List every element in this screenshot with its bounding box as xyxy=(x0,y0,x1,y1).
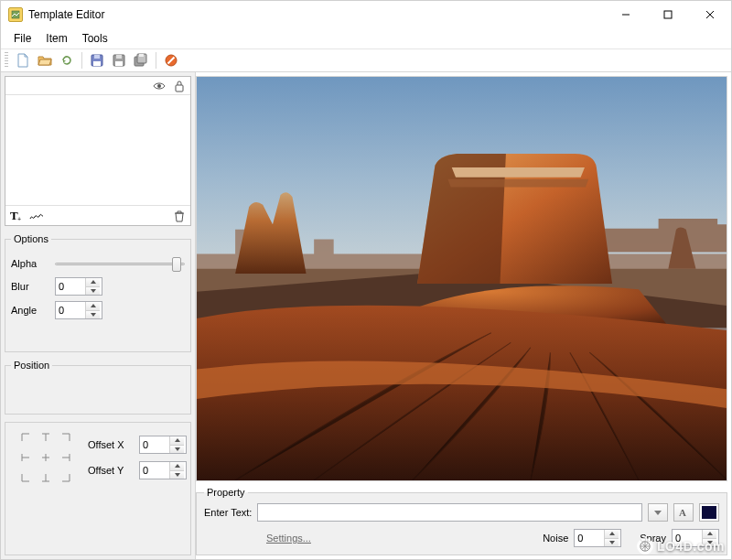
new-file-button[interactable] xyxy=(13,50,33,70)
angle-up[interactable] xyxy=(86,302,100,311)
svg-rect-2 xyxy=(664,11,672,18)
svg-rect-7 xyxy=(93,61,101,66)
offset-x-label: Offset X xyxy=(88,439,134,450)
app-window: Template Editor File Item Tools xyxy=(0,0,732,560)
offset-x-down[interactable] xyxy=(170,446,184,454)
maximize-button[interactable] xyxy=(647,1,689,28)
enter-text-label: Enter Text: xyxy=(204,507,252,518)
angle-spinner[interactable] xyxy=(55,301,102,319)
save-disk2-button[interactable] xyxy=(109,50,129,70)
noise-down[interactable] xyxy=(605,539,619,547)
anchor-top-left[interactable] xyxy=(18,430,33,445)
anchor-top-right[interactable] xyxy=(59,430,73,445)
svg-rect-9 xyxy=(116,55,122,59)
offset-y-spinner[interactable] xyxy=(139,461,187,479)
minimize-button[interactable] xyxy=(605,1,647,28)
offset-y-down[interactable] xyxy=(170,471,184,479)
save-disk1-button[interactable] xyxy=(87,50,107,70)
svg-text:+: + xyxy=(17,216,21,222)
menu-item[interactable]: Item xyxy=(38,30,74,47)
anchor-bottom-right[interactable] xyxy=(59,470,73,485)
alpha-label: Alpha xyxy=(11,258,49,269)
svg-rect-10 xyxy=(115,61,123,66)
layer-list-body[interactable] xyxy=(5,95,190,205)
add-text-layer-button[interactable]: T+ xyxy=(9,209,24,223)
options-legend: Options xyxy=(11,233,51,244)
left-panel: T+ Options Alpha xyxy=(1,72,196,559)
anchor-bottom-left[interactable] xyxy=(18,470,33,485)
anchor-center[interactable] xyxy=(38,450,53,465)
offsets-panel: Offset X Offset Y xyxy=(5,422,191,555)
angle-label: Angle xyxy=(11,305,49,316)
blur-up[interactable] xyxy=(86,278,100,287)
main-content: T+ Options Alpha xyxy=(1,72,731,559)
angle-input[interactable] xyxy=(56,302,85,318)
open-file-button[interactable] xyxy=(35,50,55,70)
svg-rect-17 xyxy=(176,85,183,92)
position-group: Position xyxy=(5,360,191,415)
visibility-icon[interactable] xyxy=(152,79,167,93)
offset-x-spinner[interactable] xyxy=(139,436,187,454)
anchor-left[interactable] xyxy=(18,450,33,465)
anchor-bottom[interactable] xyxy=(38,470,53,485)
offset-y-label: Offset Y xyxy=(88,465,134,476)
offset-y-up[interactable] xyxy=(170,462,184,471)
blur-spinner[interactable] xyxy=(55,277,102,296)
property-group: Property Enter Text: A Sett xyxy=(196,487,727,555)
refresh-button[interactable] xyxy=(57,50,77,70)
menu-file[interactable]: File xyxy=(6,30,38,47)
window-title: Template Editor xyxy=(28,8,104,21)
offset-x-up[interactable] xyxy=(170,436,184,446)
noise-input[interactable] xyxy=(575,530,604,546)
blur-input[interactable] xyxy=(56,278,85,295)
noise-up[interactable] xyxy=(605,530,619,539)
anchor-top[interactable] xyxy=(38,430,53,445)
layer-list: T+ xyxy=(5,76,191,226)
blur-label: Blur xyxy=(11,281,49,292)
settings-link[interactable]: Settings... xyxy=(263,533,315,544)
position-legend: Position xyxy=(11,360,52,371)
spray-spinner[interactable] xyxy=(672,529,719,547)
spray-input[interactable] xyxy=(673,530,702,546)
add-signature-layer-button[interactable] xyxy=(29,209,44,223)
spray-up[interactable] xyxy=(703,530,716,539)
svg-rect-6 xyxy=(94,55,100,59)
app-icon xyxy=(8,7,23,22)
noise-spinner[interactable] xyxy=(574,529,621,547)
toolbar-grip xyxy=(5,52,8,69)
title-bar: Template Editor xyxy=(1,1,731,28)
stop-button[interactable] xyxy=(161,50,181,70)
text-dropdown-button[interactable] xyxy=(648,503,668,522)
offset-y-input[interactable] xyxy=(140,462,169,479)
font-button[interactable]: A xyxy=(673,503,694,522)
delete-layer-button[interactable] xyxy=(172,209,187,223)
angle-down[interactable] xyxy=(86,311,100,319)
lock-icon[interactable] xyxy=(172,79,187,93)
alpha-slider[interactable] xyxy=(55,255,185,272)
noise-label: Noise xyxy=(543,533,568,544)
toolbar xyxy=(1,48,731,72)
svg-point-16 xyxy=(157,84,161,88)
right-panel: Property Enter Text: A Sett xyxy=(196,72,731,559)
anchor-grid xyxy=(18,430,73,485)
save-all-button[interactable] xyxy=(131,50,151,70)
offset-x-input[interactable] xyxy=(140,436,169,453)
menu-bar: File Item Tools xyxy=(1,28,731,48)
svg-rect-13 xyxy=(139,54,144,57)
anchor-right[interactable] xyxy=(59,450,73,465)
enter-text-input[interactable] xyxy=(257,503,642,522)
property-legend: Property xyxy=(204,487,248,498)
close-button[interactable] xyxy=(689,1,731,28)
menu-tools[interactable]: Tools xyxy=(75,30,115,47)
spray-down[interactable] xyxy=(703,539,716,547)
text-color-button[interactable] xyxy=(699,503,719,522)
blur-down[interactable] xyxy=(86,287,100,296)
svg-text:A: A xyxy=(679,507,686,518)
options-group: Options Alpha Blur xyxy=(5,233,191,352)
preview-canvas[interactable] xyxy=(196,76,727,481)
spray-label: Spray xyxy=(640,533,666,544)
